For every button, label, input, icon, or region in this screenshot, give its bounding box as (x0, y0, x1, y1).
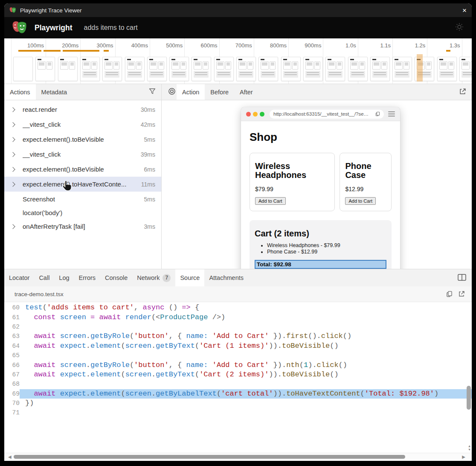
tab-log[interactable]: Log (54, 269, 74, 286)
timeline-thumbnail[interactable] (102, 57, 122, 81)
thumb-heading (104, 59, 108, 60)
cart-item-list: Wireless Headphones - $79.99Phone Case -… (255, 242, 386, 255)
tab-actions[interactable]: Actions (4, 84, 36, 100)
copy-url-icon[interactable] (375, 111, 380, 116)
timeline-thumbnail[interactable] (35, 57, 55, 81)
thumb-cart-block (261, 71, 276, 78)
filter-icon[interactable] (149, 88, 156, 96)
chevron-right-icon[interactable] (11, 108, 18, 111)
url-bar[interactable]: http://localhost:63315/__vitest_test__/?… (270, 110, 384, 119)
target-icon[interactable] (168, 87, 176, 96)
action-list-item[interactable]: expect.element().toHaveTextConte...11ms (4, 177, 161, 192)
thumb-product-card (82, 61, 90, 70)
chevron-right-icon[interactable] (11, 123, 18, 126)
vertical-scrollbar-thumb[interactable] (467, 386, 471, 410)
thumb-product-card (270, 61, 276, 70)
scroll-left-arrow[interactable]: ◀ (8, 454, 12, 459)
chevron-right-icon[interactable] (11, 183, 18, 186)
code-line: 71 (4, 408, 472, 417)
tab-locator[interactable]: Locator (4, 269, 34, 286)
traffic-light-yellow[interactable] (253, 112, 258, 116)
tab-after[interactable]: After (234, 84, 258, 100)
horizontal-scrollbar[interactable]: ◀ ▶ (4, 453, 472, 461)
product-name: Wireless Headphones (255, 162, 329, 180)
action-label: __vitest_click (23, 121, 61, 128)
thumb-product-card (470, 61, 472, 70)
tab-source[interactable]: Source (175, 269, 204, 286)
tab-attachments[interactable]: Attachments (204, 269, 248, 286)
action-list-item[interactable]: expect.element().toBeVisible5ms (4, 132, 161, 147)
traffic-light-green[interactable] (260, 112, 264, 116)
chevron-right-icon[interactable] (11, 168, 18, 171)
code-line: 67 await expect.element(screen.getByText… (4, 370, 472, 379)
close-window-button[interactable]: × (462, 7, 467, 14)
thumb-product-card (337, 61, 342, 70)
action-list-item[interactable]: __vitest_click39ms (4, 147, 161, 162)
action-list-item[interactable]: __vitest_click42ms (4, 117, 161, 132)
thumb-heading (171, 59, 175, 60)
line-number: 64 (4, 341, 20, 351)
traffic-light-red[interactable] (246, 112, 251, 116)
browser-menu-icon[interactable] (388, 111, 395, 116)
timeline-thumbnail[interactable] (13, 57, 33, 81)
chevron-right-icon[interactable] (11, 138, 18, 141)
settings-gear-icon[interactable] (455, 22, 464, 33)
tab-network[interactable]: Network7 (132, 269, 175, 286)
add-to-cart-button[interactable]: Add to Cart (345, 197, 376, 205)
timeline-thumbnail[interactable] (370, 57, 390, 81)
bottom-tab-label: Call (39, 274, 49, 281)
timeline-thumbnail[interactable] (258, 57, 278, 81)
timeline-thumbnail[interactable] (80, 57, 100, 81)
thumb-cart-block (461, 71, 472, 78)
timeline-thumbnail[interactable] (459, 57, 472, 81)
timeline-thumbnail[interactable] (192, 57, 211, 81)
timeline-thumbnail[interactable] (303, 57, 323, 81)
product-name: Phone Case (345, 162, 386, 180)
tab-errors[interactable]: Errors (74, 269, 100, 286)
product-card: Wireless Headphones$79.99Add to Cart (250, 153, 335, 211)
timeline-thumbnail[interactable] (348, 57, 368, 81)
horizontal-scrollbar-thumb[interactable] (14, 455, 405, 459)
snapshot-page: Shop Wireless Headphones$79.99Add to Car… (241, 121, 400, 269)
action-duration: 6ms (144, 166, 155, 173)
timeline-thumbnail[interactable] (125, 57, 145, 81)
snapshot-browser-window: http://localhost:63315/__vitest_test__/?… (241, 107, 400, 269)
action-label: onAfterRetryTask [fail] (23, 223, 85, 230)
action-list-item[interactable]: Screenshot5ms (4, 192, 161, 207)
timeline-action-bar (63, 50, 99, 52)
scroll-right-arrow[interactable]: ▶ (462, 454, 465, 459)
thumb-heading (350, 59, 354, 60)
timeline-thumbnail[interactable] (58, 57, 78, 81)
chevron-right-icon[interactable] (11, 153, 18, 156)
timeline-thumbnail[interactable] (169, 57, 189, 81)
timeline-thumbnail[interactable] (325, 57, 345, 81)
chevron-right-icon[interactable] (11, 225, 18, 228)
tab-call[interactable]: Call (34, 269, 54, 286)
add-to-cart-button[interactable]: Add to Cart (255, 197, 286, 205)
app-name: Playwright (35, 23, 73, 32)
action-list-item[interactable]: expect.element().toBeVisible6ms (4, 162, 161, 177)
tab-before[interactable]: Before (205, 84, 234, 100)
thumb-heading (127, 59, 131, 60)
vertical-scroll-arrows[interactable]: ▲▼ (468, 445, 470, 451)
split-view-icon[interactable] (458, 274, 466, 282)
copy-source-icon[interactable] (446, 291, 453, 297)
thumb-product-card (203, 61, 209, 70)
tab-metadata[interactable]: Metadata (36, 84, 73, 100)
tab-action[interactable]: Action (177, 84, 205, 100)
line-number: 71 (4, 408, 20, 417)
timeline-thumbnail[interactable] (147, 57, 167, 81)
timeline-thumbnail[interactable] (236, 57, 256, 81)
action-list-item[interactable]: onAfterRetryTask [fail]3ms (4, 219, 161, 234)
tab-console[interactable]: Console (100, 269, 132, 286)
timeline-thumbnail[interactable] (437, 57, 457, 81)
open-external-icon[interactable] (459, 88, 466, 96)
timeline-thumbnail[interactable] (281, 57, 301, 81)
timeline-thumbnail[interactable] (392, 57, 412, 81)
thumb-cart-block (127, 71, 142, 78)
action-list-item[interactable]: react.render30ms (4, 102, 161, 117)
timeline-thumbnail[interactable] (214, 57, 234, 81)
timeline-strip[interactable]: 100ms200ms300ms400ms500ms600ms700ms800ms… (4, 38, 472, 84)
open-source-external-icon[interactable] (458, 291, 465, 297)
url-text: http://localhost:63315/__vitest_test__/?… (273, 111, 375, 116)
